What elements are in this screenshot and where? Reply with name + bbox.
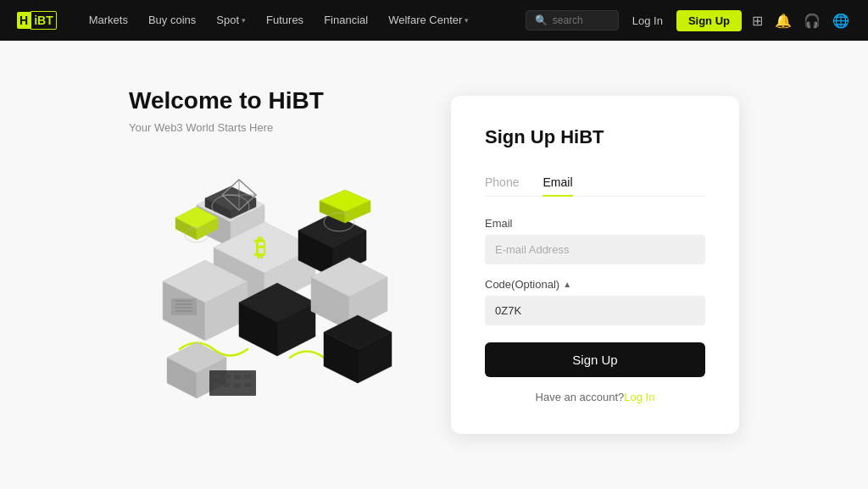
- left-section: Welcome to HiBT Your Web3 World Starts H…: [129, 87, 400, 442]
- nav-links: Markets Buy coins Spot ▾ Futures Financi…: [81, 0, 526, 41]
- code-input-row[interactable]: 0Z7K: [485, 296, 705, 325]
- code-chevron-icon[interactable]: ▲: [563, 280, 571, 289]
- email-label: Email: [485, 217, 705, 230]
- nav-markets[interactable]: Markets: [81, 0, 136, 41]
- signup-submit-button[interactable]: Sign Up: [485, 342, 705, 377]
- email-input[interactable]: [485, 235, 705, 264]
- have-account-text: Have an account?Log In: [485, 391, 705, 403]
- tab-row: Phone Email: [485, 169, 705, 197]
- nav-spot[interactable]: Spot ▾: [208, 0, 254, 41]
- main-content: Welcome to HiBT Your Web3 World Starts H…: [0, 41, 868, 489]
- nav-welfare[interactable]: Welfare Center ▾: [380, 0, 477, 41]
- code-label-row: Code(Optional) ▲: [485, 278, 705, 291]
- svg-rect-47: [214, 383, 220, 387]
- nav-right: 🔍 Log In Sign Up ⊞ 🔔 🎧 🌐: [526, 10, 851, 31]
- svg-rect-44: [224, 375, 231, 379]
- svg-rect-46: [244, 375, 251, 379]
- form-title: Sign Up HiBT: [485, 126, 705, 148]
- tab-email[interactable]: Email: [542, 169, 572, 196]
- grid-icon[interactable]: ⊞: [750, 13, 765, 29]
- logo[interactable]: HiBT: [17, 11, 57, 31]
- navbar: HiBT Markets Buy coins Spot ▾ Futures Fi…: [0, 0, 868, 41]
- headset-icon[interactable]: 🎧: [802, 13, 822, 29]
- login-button[interactable]: Log In: [627, 14, 668, 27]
- tab-phone[interactable]: Phone: [485, 169, 519, 196]
- login-link[interactable]: Log In: [624, 391, 654, 403]
- svg-rect-48: [224, 383, 231, 387]
- code-label: Code(Optional): [485, 278, 559, 291]
- search-box[interactable]: 🔍: [526, 10, 619, 31]
- svg-rect-50: [244, 383, 251, 387]
- welcome-title: Welcome to HiBT: [129, 87, 400, 114]
- bell-icon[interactable]: 🔔: [773, 13, 793, 29]
- welfare-arrow-icon: ▾: [465, 0, 469, 41]
- spot-arrow-icon: ▾: [242, 0, 246, 41]
- search-icon: 🔍: [535, 14, 548, 26]
- nav-financial[interactable]: Financial: [315, 0, 376, 41]
- globe-icon[interactable]: 🌐: [831, 13, 851, 29]
- signup-nav-button[interactable]: Sign Up: [676, 10, 742, 31]
- svg-rect-49: [234, 383, 241, 387]
- welcome-subtitle: Your Web3 World Starts Here: [129, 121, 400, 134]
- illustration-svg: ₿: [129, 154, 400, 442]
- nav-buy-coins[interactable]: Buy coins: [140, 0, 204, 41]
- nav-futures[interactable]: Futures: [258, 0, 312, 41]
- signup-form-card: Sign Up HiBT Phone Email Email Code(Opti…: [451, 96, 739, 434]
- svg-text:₿: ₿: [254, 235, 266, 261]
- code-value: 0Z7K: [495, 304, 695, 317]
- crypto-illustration: ₿: [129, 154, 400, 442]
- svg-rect-45: [234, 375, 241, 379]
- search-input[interactable]: [553, 14, 612, 26]
- svg-rect-43: [214, 375, 220, 379]
